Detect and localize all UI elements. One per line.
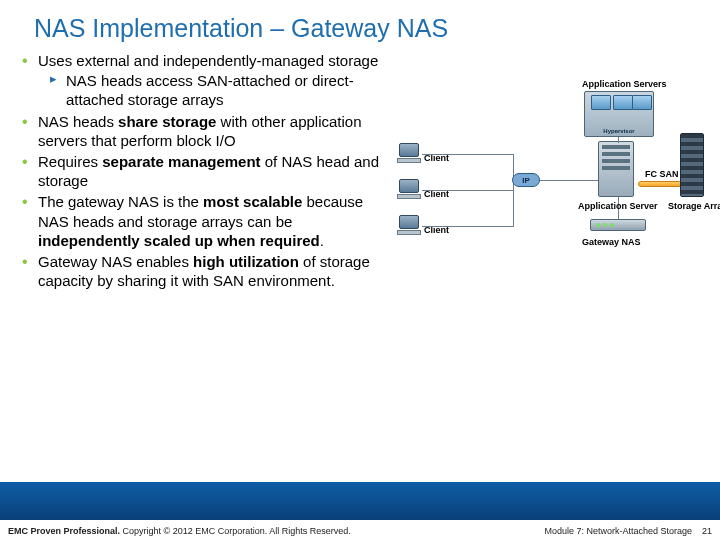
application-server-icon — [598, 141, 634, 197]
footer-left-bold: EMC Proven Professional. — [8, 526, 120, 536]
vm-icon — [632, 95, 652, 110]
wire-icon — [618, 137, 619, 143]
bullet-2: NAS heads share storage with other appli… — [22, 112, 392, 150]
slide-title: NAS Implementation – Gateway NAS — [0, 0, 720, 49]
client-icon — [396, 179, 422, 201]
b3-bold: separate management — [102, 153, 260, 170]
hypervisor-caption: Hypervisor — [585, 128, 653, 134]
footer-band — [0, 482, 720, 520]
footer-right: Module 7: Network-Attached Storage 21 — [544, 526, 712, 536]
label-gateway-nas: Gateway NAS — [582, 237, 641, 247]
bullet-1-sub-1: NAS heads access SAN-attached or direct-… — [38, 71, 392, 109]
b4-bold2: independently scaled up when required — [38, 232, 320, 249]
footer: EMC Proven Professional. Copyright © 201… — [0, 478, 720, 540]
vm-icon — [613, 95, 633, 110]
label-fc-san: FC SAN — [645, 169, 679, 179]
client-icon — [396, 143, 422, 165]
footer-line: EMC Proven Professional. Copyright © 201… — [8, 526, 712, 536]
wire-icon — [513, 154, 514, 226]
content-area: Uses external and independently-managed … — [0, 49, 720, 351]
label-application-servers: Application Servers — [582, 79, 667, 89]
b3-pre: Requires — [38, 153, 102, 170]
hypervisor-icon: Hypervisor — [584, 91, 654, 137]
bullet-3: Requires separate management of NAS head… — [22, 152, 392, 190]
label-storage-array: Storage Array — [668, 201, 720, 211]
bullet-5: Gateway NAS enables high utilization of … — [22, 252, 392, 290]
b2-pre: NAS heads — [38, 113, 118, 130]
wire-icon — [422, 190, 514, 191]
network-diagram: Application Servers Hypervisor Client Cl… — [392, 51, 714, 351]
b4-bold1: most scalable — [203, 193, 302, 210]
bullet-1-text: Uses external and independently-managed … — [38, 52, 378, 69]
bullet-column: Uses external and independently-managed … — [22, 51, 392, 351]
b5-pre: Gateway NAS enables — [38, 253, 193, 270]
wire-icon — [540, 180, 598, 181]
footer-module: Module 7: Network-Attached Storage — [544, 526, 692, 536]
b5-bold: high utilization — [193, 253, 299, 270]
client-icon — [396, 215, 422, 237]
footer-page-number: 21 — [702, 526, 712, 536]
b4-post: . — [320, 232, 324, 249]
footer-left-rest: Copyright © 2012 EMC Corporation. All Ri… — [120, 526, 351, 536]
wire-icon — [422, 154, 514, 155]
bullet-4: The gateway NAS is the most scalable bec… — [22, 192, 392, 250]
ip-cloud-icon: IP — [512, 173, 540, 187]
vm-icon — [591, 95, 611, 110]
bullet-1: Uses external and independently-managed … — [22, 51, 392, 110]
storage-array-icon — [680, 133, 704, 197]
fc-san-icon — [638, 181, 682, 187]
footer-left: EMC Proven Professional. Copyright © 201… — [8, 526, 351, 536]
wire-icon — [422, 226, 514, 227]
b4-pre: The gateway NAS is the — [38, 193, 203, 210]
label-application-server: Application Server — [578, 201, 658, 211]
b2-bold: share storage — [118, 113, 216, 130]
gateway-nas-icon — [590, 219, 646, 231]
